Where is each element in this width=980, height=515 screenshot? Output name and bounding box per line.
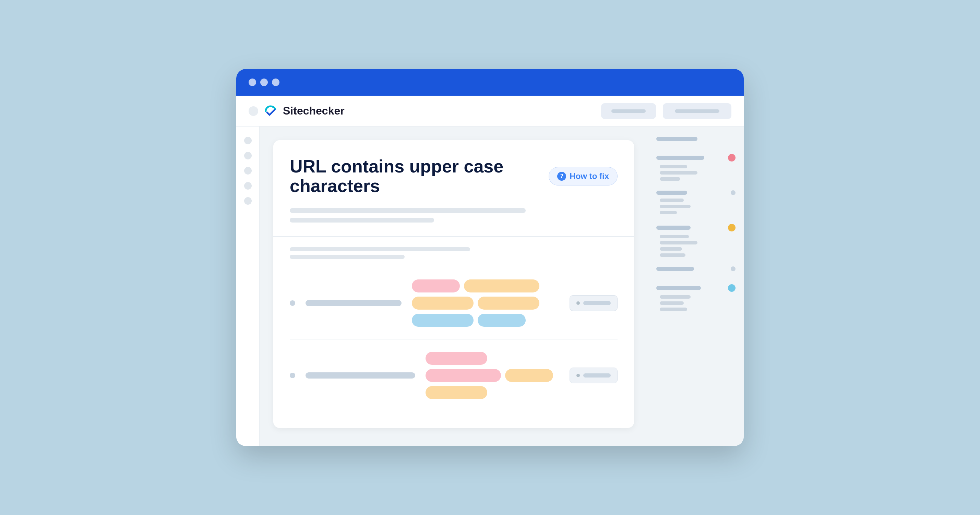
tag-blue-1: [412, 314, 474, 327]
action-dot-2: [576, 374, 580, 377]
sidebar-sub-bar-3-3: [660, 211, 677, 214]
sidebar-bar-2: [656, 156, 704, 160]
nav-btn-secondary[interactable]: [663, 103, 732, 119]
sidebar-group-4: [656, 224, 735, 257]
sidebar-bar-4: [656, 226, 690, 230]
how-to-fix-button[interactable]: ? How to fix: [549, 167, 617, 186]
page-title: URL contains upper case characters: [290, 157, 539, 196]
row-dot-2: [290, 373, 295, 378]
how-to-fix-icon: ?: [557, 172, 566, 181]
row-action-btn-2[interactable]: [570, 367, 617, 383]
how-to-fix-label: How to fix: [570, 172, 609, 181]
sidebar-sub-bar-6-3: [660, 308, 687, 311]
row-tags-1: [412, 280, 559, 327]
table-row-2: [290, 339, 617, 412]
right-sidebar: [648, 127, 744, 446]
row-tags-2: [426, 352, 559, 399]
traffic-light-maximize[interactable]: [272, 78, 280, 86]
sidebar-sub-bar-2-3: [660, 177, 680, 181]
page-title-row: URL contains upper case characters ? How…: [290, 157, 617, 196]
sidebar-indicator-orange: [728, 224, 735, 231]
traffic-lights: [248, 78, 280, 86]
sidebar-dot-1[interactable]: [244, 137, 252, 145]
sidebar-dot-2[interactable]: [244, 152, 252, 159]
browser-window: Sitechecker: [236, 69, 744, 446]
tag-orange-1: [464, 280, 539, 292]
sidebar-dot-indicator-3: [731, 190, 735, 195]
row-url-bar-2: [305, 372, 415, 378]
content-card: URL contains upper case characters ? How…: [273, 140, 634, 428]
sidebar-item-row-2: [656, 154, 735, 162]
sidebar-group-5: [656, 266, 735, 275]
action-dot-1: [576, 301, 580, 305]
sidebar-bar-5: [656, 267, 694, 271]
nav-circle: [248, 106, 258, 116]
header-bar-2: [290, 255, 405, 259]
sidebar-dot-indicator-5: [731, 266, 735, 271]
left-sidebar: [236, 127, 259, 446]
sidebar-sub-bar-3-2: [660, 205, 690, 208]
sidebar-group-1: [656, 137, 735, 145]
center-content: URL contains upper case characters ? How…: [259, 127, 648, 446]
sidebar-group-2: [656, 154, 735, 181]
description-area: [290, 208, 617, 223]
sidebar-sub-bar-4-3: [660, 247, 682, 251]
row-action-btn-1[interactable]: [570, 295, 617, 311]
nav-btn-primary-bar: [611, 110, 646, 113]
sidebar-indicator-blue: [728, 284, 735, 292]
sidebar-sub-rows-3: [656, 199, 735, 214]
sidebar-sub-rows-6: [656, 295, 735, 311]
traffic-light-close[interactable]: [248, 78, 256, 86]
sidebar-sub-rows-4: [656, 235, 735, 257]
sidebar-dot-4[interactable]: [244, 182, 252, 190]
sidebar-bar-6: [656, 286, 701, 290]
sidebar-group-3: [656, 190, 735, 214]
desc-bar-2: [290, 218, 434, 223]
sidebar-bar-1: [656, 137, 697, 141]
tag-orange-4: [505, 369, 553, 382]
sidebar-bar-3: [656, 191, 687, 195]
sidebar-sub-bar-6-1: [660, 295, 690, 299]
sidebar-item-row-6: [656, 284, 735, 292]
header-bar-1: [290, 247, 470, 251]
navbar: Sitechecker: [236, 96, 744, 127]
logo-icon: [263, 105, 278, 117]
row-dot-1: [290, 300, 295, 306]
tag-orange-5: [426, 386, 487, 399]
navbar-actions: [601, 103, 732, 119]
sidebar-sub-rows-2: [656, 165, 735, 181]
sidebar-indicator-red: [728, 154, 735, 162]
logo-area: Sitechecker: [248, 105, 345, 117]
tag-pink-1: [412, 280, 460, 292]
sidebar-sub-bar-4-4: [660, 253, 686, 257]
tag-pink-3: [426, 369, 501, 382]
tag-blue-2: [478, 314, 526, 327]
sidebar-item-row-5: [656, 266, 735, 271]
sidebar-sub-bar-2-1: [660, 165, 687, 168]
sidebar-item-row-1: [656, 137, 735, 141]
nav-btn-primary[interactable]: [601, 103, 656, 119]
sidebar-item-row-4: [656, 224, 735, 231]
nav-btn-secondary-bar: [675, 110, 719, 113]
browser-titlebar: [236, 69, 744, 96]
tag-pink-2: [426, 352, 487, 365]
traffic-light-minimize[interactable]: [260, 78, 268, 86]
sidebar-group-6: [656, 284, 735, 311]
desc-bar-1: [290, 208, 526, 213]
sidebar-dot-5[interactable]: [244, 197, 252, 205]
row-url-bar-1: [305, 300, 401, 306]
logo-text: Sitechecker: [283, 105, 345, 117]
tag-orange-2: [412, 297, 474, 310]
tag-orange-3: [478, 297, 539, 310]
sidebar-sub-bar-4-2: [660, 241, 697, 245]
sidebar-sub-bar-2-2: [660, 171, 697, 175]
sidebar-sub-bar-6-2: [660, 301, 684, 305]
table-row-1: [290, 267, 617, 339]
action-bar-1: [583, 301, 611, 305]
action-bar-2: [583, 374, 611, 378]
sidebar-sub-bar-3-1: [660, 199, 684, 202]
sidebar-dot-3[interactable]: [244, 167, 252, 175]
sidebar-item-row-3: [656, 190, 735, 195]
sidebar-sub-bar-4-1: [660, 235, 689, 238]
main-layout: URL contains upper case characters ? How…: [236, 127, 744, 446]
